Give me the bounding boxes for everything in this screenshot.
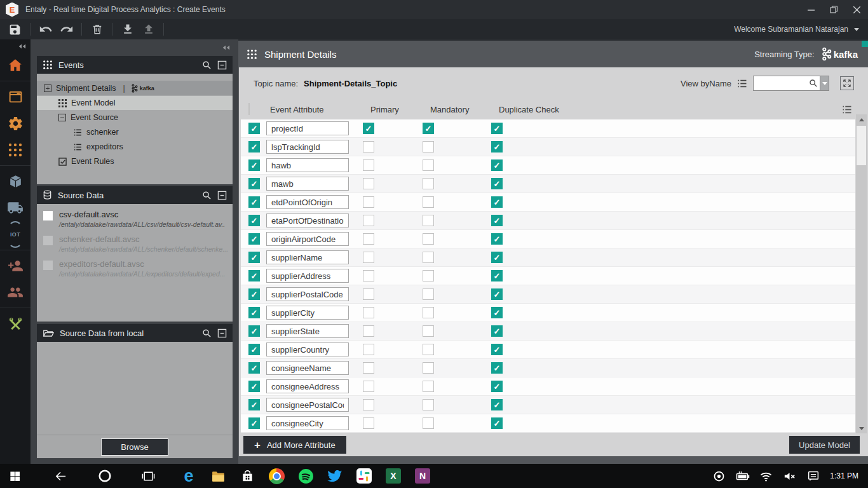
add-more-attribute-button[interactable]: + Add More Attribute [243, 436, 346, 454]
primary-checkbox[interactable] [363, 270, 374, 281]
row-select-checkbox[interactable] [248, 381, 260, 392]
search-input[interactable] [754, 76, 807, 90]
scrollbar-thumb[interactable] [857, 126, 866, 165]
primary-checkbox[interactable] [363, 252, 374, 263]
wifi-icon[interactable] [754, 464, 778, 488]
duplicate-check-checkbox[interactable] [491, 215, 503, 226]
select-all-checkbox[interactable] [248, 103, 250, 115]
sidebar-item-home[interactable] [0, 52, 31, 79]
restore-button[interactable] [822, 0, 845, 19]
delete-button[interactable] [88, 21, 105, 38]
save-button[interactable] [6, 21, 24, 38]
spotify-icon[interactable] [291, 464, 320, 488]
upload-button[interactable] [140, 21, 157, 38]
panel-minimize-icon[interactable] [217, 329, 227, 338]
duplicate-check-checkbox[interactable] [491, 123, 503, 134]
primary-checkbox[interactable] [363, 233, 374, 245]
row-select-checkbox[interactable] [248, 159, 260, 171]
excel-icon[interactable] [379, 464, 408, 488]
task-view-button[interactable] [133, 464, 163, 488]
sidebar-item-iot[interactable] [0, 221, 31, 248]
sidebar-item-add-user[interactable] [0, 252, 31, 279]
row-select-checkbox[interactable] [248, 344, 260, 355]
expand-plus-icon[interactable] [44, 85, 51, 92]
file-checkbox[interactable] [43, 261, 53, 270]
strip-collapse-button[interactable] [0, 39, 31, 52]
primary-checkbox[interactable] [363, 178, 374, 189]
close-button[interactable] [845, 0, 868, 19]
taskbar-clock[interactable]: 1:31 PM [825, 471, 868, 480]
source-file-item[interactable]: expeditors-default.avsc /entaly/datalake… [37, 254, 233, 278]
attribute-input[interactable] [266, 416, 349, 430]
row-select-checkbox[interactable] [248, 417, 260, 429]
mandatory-checkbox[interactable] [423, 325, 434, 337]
mandatory-checkbox[interactable] [423, 362, 434, 374]
mandatory-checkbox[interactable] [423, 288, 434, 300]
edge-icon[interactable] [174, 464, 203, 488]
mandatory-checkbox[interactable] [423, 252, 434, 263]
duplicate-check-checkbox[interactable] [491, 362, 503, 374]
primary-checkbox[interactable] [363, 325, 374, 337]
onenote-icon[interactable] [408, 464, 437, 488]
file-checkbox[interactable] [43, 236, 53, 245]
mandatory-checkbox[interactable] [423, 196, 434, 208]
mandatory-checkbox[interactable] [423, 159, 434, 171]
primary-checkbox[interactable] [363, 362, 374, 374]
source-file-item[interactable]: csv-default.avsc /entaly/datalake/rawdat… [37, 204, 233, 229]
sidebar-item-window[interactable] [0, 83, 31, 110]
microsoft-store-icon[interactable] [233, 464, 262, 488]
scroll-down-button[interactable] [856, 423, 867, 433]
search-icon[interactable] [807, 76, 820, 90]
back-button[interactable] [46, 464, 75, 488]
list-icon[interactable] [737, 79, 747, 88]
attribute-input[interactable] [266, 398, 349, 412]
row-select-checkbox[interactable] [248, 307, 260, 318]
file-explorer-icon[interactable] [203, 464, 233, 488]
sidebar-item-apps[interactable] [0, 137, 31, 163]
battery-icon[interactable] [731, 464, 754, 488]
mandatory-checkbox[interactable] [423, 215, 434, 226]
duplicate-check-checkbox[interactable] [491, 288, 503, 300]
attribute-input[interactable] [266, 287, 349, 301]
vertical-scrollbar[interactable] [856, 114, 867, 433]
search-icon[interactable] [202, 329, 212, 338]
tree-item-event-rules[interactable]: Event Rules [37, 154, 233, 168]
primary-checkbox[interactable] [363, 215, 374, 226]
row-select-checkbox[interactable] [248, 123, 260, 134]
duplicate-check-checkbox[interactable] [491, 417, 503, 429]
mandatory-checkbox[interactable] [423, 178, 434, 189]
primary-checkbox[interactable] [363, 196, 374, 208]
mandatory-checkbox[interactable] [423, 123, 434, 134]
mandatory-checkbox[interactable] [423, 381, 434, 392]
row-select-checkbox[interactable] [248, 252, 260, 263]
sidebar-item-tools[interactable] [0, 310, 31, 337]
primary-checkbox[interactable] [363, 417, 374, 429]
row-select-checkbox[interactable] [248, 362, 260, 374]
primary-checkbox[interactable] [363, 399, 374, 410]
duplicate-check-checkbox[interactable] [491, 141, 503, 152]
start-button[interactable] [0, 464, 29, 488]
panel-minimize-icon[interactable] [217, 191, 227, 200]
list-icon[interactable] [842, 105, 852, 116]
attribute-input[interactable] [266, 269, 349, 283]
action-center-icon[interactable] [801, 464, 825, 488]
scroll-up-button[interactable] [856, 114, 867, 125]
panel-minimize-icon[interactable] [217, 60, 227, 70]
duplicate-check-checkbox[interactable] [491, 325, 503, 337]
primary-checkbox[interactable] [363, 381, 374, 392]
attribute-input[interactable] [266, 379, 349, 393]
attribute-input[interactable] [266, 121, 349, 135]
undo-button[interactable] [37, 21, 54, 38]
mandatory-checkbox[interactable] [423, 417, 434, 429]
panel-collapse-button[interactable] [222, 42, 230, 53]
sidebar-item-logistics[interactable] [0, 194, 31, 221]
attribute-input[interactable] [266, 232, 349, 246]
twitter-icon[interactable] [320, 464, 349, 488]
search-icon[interactable] [202, 191, 212, 200]
attribute-input[interactable] [266, 214, 349, 227]
duplicate-check-checkbox[interactable] [491, 252, 503, 263]
duplicate-check-checkbox[interactable] [491, 307, 503, 318]
fullscreen-expand-button[interactable] [840, 76, 854, 90]
row-select-checkbox[interactable] [248, 270, 260, 281]
minimize-button[interactable] [799, 0, 822, 19]
